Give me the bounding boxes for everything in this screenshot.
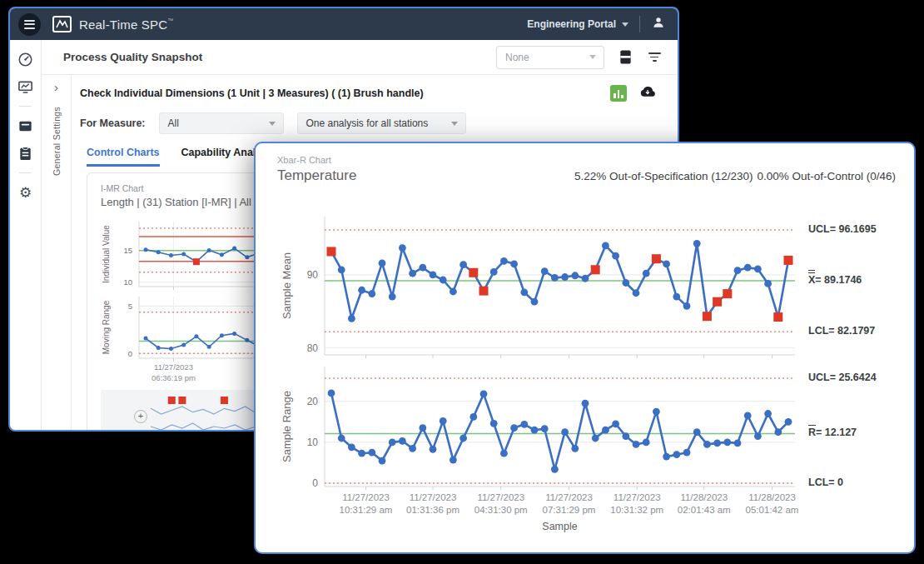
- limit-label: UCL= 25.6424: [808, 372, 877, 383]
- svg-text:11/28/2023: 11/28/2023: [680, 492, 728, 502]
- svg-text:01:31:36 pm: 01:31:36 pm: [406, 505, 460, 515]
- overlay-chart-type-label: Xbar-R Chart: [277, 155, 331, 165]
- filter-icon[interactable]: [646, 49, 663, 66]
- monitor-chart-icon[interactable]: [17, 78, 34, 95]
- limit-label: LCL= 0: [808, 477, 843, 488]
- svg-text:02:01:43 am: 02:01:43 am: [678, 505, 731, 515]
- xbar-r-overlay-window: Xbar-R Chart Temperature 5.22% Out-of-Sp…: [254, 142, 916, 554]
- svg-text:20: 20: [307, 396, 319, 407]
- caret-down-icon: [622, 22, 628, 27]
- svg-text:11/27/2023: 11/27/2023: [154, 362, 193, 372]
- xbar-chart[interactable]: 8090Sample Mean: [279, 212, 820, 360]
- section-icons: [610, 85, 661, 102]
- collapse-chevron-icon[interactable]: ›: [54, 81, 58, 93]
- svg-text:11/27/2023: 11/27/2023: [342, 492, 390, 502]
- toolbar-right: None: [496, 46, 663, 69]
- portal-label: Engineering Portal: [527, 18, 616, 30]
- svg-text:11/27/2023: 11/27/2023: [545, 492, 593, 502]
- analyze-green-icon[interactable]: [610, 85, 627, 102]
- storage-box-icon[interactable]: [17, 117, 34, 134]
- header-right: Engineering Portal: [527, 15, 666, 33]
- caret-down-icon: [589, 55, 596, 59]
- preset-select-value: None: [505, 52, 529, 63]
- user-icon[interactable]: [651, 15, 666, 33]
- zoom-plus-button[interactable]: +: [134, 410, 147, 423]
- svg-text:90: 90: [307, 269, 319, 281]
- svg-text:10:31:32 pm: 10:31:32 pm: [610, 505, 663, 515]
- app-header: Real-Time SPC™ Engineering Portal: [10, 8, 678, 40]
- download-cloud-icon[interactable]: [639, 85, 656, 102]
- svg-text:07:31:29 pm: 07:31:29 pm: [543, 505, 596, 515]
- svg-text:06:36:19 pm: 06:36:19 pm: [152, 373, 196, 382]
- logo-runchart-icon: [52, 16, 72, 32]
- limit-labels-column: UCL= 96.1695X= 89.1746LCL= 82.1797UCL= 2…: [808, 143, 913, 552]
- limit-label: UCL= 96.1695: [808, 223, 877, 235]
- overlay-chart-title: Temperature: [277, 167, 356, 184]
- caret-down-icon: [451, 122, 458, 126]
- page-title: Process Quality Snapshot: [63, 51, 202, 63]
- menu-icon[interactable]: [18, 13, 41, 36]
- icon-sidebar: ⚙: [10, 40, 42, 430]
- svg-text:11/27/2023: 11/27/2023: [477, 492, 524, 502]
- svg-text:11/27/2023: 11/27/2023: [410, 492, 457, 502]
- for-measure-row: For Measure: All One analysis for all st…: [80, 112, 661, 134]
- hamburger-lines: [24, 20, 35, 29]
- trademark: ™: [167, 17, 173, 23]
- dashboard-gauge-icon[interactable]: [17, 51, 34, 67]
- out-of-spec-stat: 5.22% Out-of-Specification (12/230): [574, 170, 753, 182]
- sidebar-divider: [19, 172, 32, 173]
- svg-text:80: 80: [307, 342, 319, 354]
- svg-text:11/28/2023: 11/28/2023: [748, 492, 796, 502]
- svg-text:0: 0: [128, 349, 132, 358]
- svg-text:Individual Value: Individual Value: [102, 225, 111, 283]
- svg-text:Sample: Sample: [542, 521, 577, 532]
- sidebar-divider: [19, 106, 32, 107]
- settings-strip: › General Settings: [42, 75, 72, 430]
- section-header: Check Individual Dimensions (1 Unit | 3 …: [80, 85, 661, 102]
- analysis-select[interactable]: One analysis for all stations: [297, 112, 466, 134]
- measure-select[interactable]: All: [159, 112, 284, 134]
- svg-text:04:31:30 pm: 04:31:30 pm: [474, 505, 528, 515]
- analysis-select-value: One analysis for all stations: [306, 117, 429, 129]
- clipboard-icon[interactable]: [17, 145, 34, 162]
- limit-label: X= 89.1746: [808, 274, 862, 286]
- limit-label: LCL= 82.1797: [808, 325, 875, 337]
- svg-text:Sample Range: Sample Range: [281, 391, 293, 462]
- caret-down-icon: [269, 122, 276, 126]
- general-settings-label: General Settings: [52, 107, 62, 176]
- svg-text:10: 10: [123, 277, 132, 287]
- tab-control-charts[interactable]: Control Charts: [87, 147, 160, 167]
- svg-text:15: 15: [123, 246, 132, 255]
- limit-label: R= 12.127: [808, 427, 857, 438]
- preset-select[interactable]: None: [496, 46, 604, 69]
- svg-text:10: 10: [307, 437, 319, 448]
- svg-text:11/27/2023: 11/27/2023: [614, 492, 661, 502]
- screenshot-stage: Real-Time SPC™ Engineering Portal: [0, 0, 924, 564]
- portal-dropdown[interactable]: Engineering Portal: [527, 18, 628, 30]
- svg-text:Moving Range: Moving Range: [102, 300, 111, 354]
- svg-text:5: 5: [128, 302, 132, 311]
- svg-text:10:31:29 am: 10:31:29 am: [340, 505, 393, 515]
- settings-gear-icon[interactable]: ⚙: [17, 184, 34, 201]
- header-divider: [639, 16, 640, 32]
- svg-text:Sample Mean: Sample Mean: [281, 252, 293, 319]
- svg-text:05:01:42 am: 05:01:42 am: [746, 505, 799, 515]
- for-measure-label: For Measure:: [80, 117, 146, 129]
- save-icon[interactable]: [617, 49, 633, 66]
- range-chart[interactable]: 01020Sample Range11/27/202310:31:29 am11…: [279, 362, 820, 538]
- app-title: Real-Time SPC™: [79, 17, 173, 32]
- measure-select-value: All: [168, 117, 179, 129]
- section-title: Check Individual Dimensions (1 Unit | 3 …: [80, 87, 424, 99]
- page-toolbar: Process Quality Snapshot None: [42, 40, 678, 75]
- svg-text:0: 0: [312, 477, 318, 489]
